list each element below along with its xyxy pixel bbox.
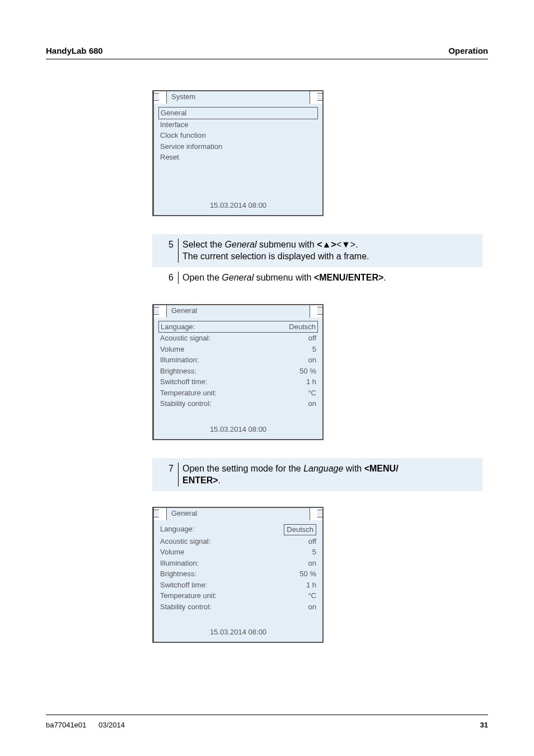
settings-label: Stability control:	[160, 399, 212, 409]
screen1-item: Clock function	[158, 130, 318, 141]
step-number: 7	[152, 463, 174, 475]
header-right: Operation	[448, 46, 488, 55]
settings-row: Brightness:50 %	[158, 366, 318, 377]
header-rule	[46, 59, 488, 59]
settings-row: Temperature unit:°C	[158, 388, 318, 399]
footer-doc: ba77041e01	[46, 721, 86, 729]
step-divider	[174, 239, 182, 263]
page-footer: ba77041e01 03/2014 31	[46, 715, 488, 729]
footer-page: 31	[480, 721, 488, 729]
header-left: HandyLab 680	[46, 46, 103, 55]
settings-row: Acoustic signal:off	[158, 536, 318, 547]
menu-item-label: Service information	[160, 142, 222, 152]
device-screen-general-1: General Language:DeutschAcoustic signal:…	[152, 304, 324, 440]
screen1-timestamp: 15.03.2014 08:00	[154, 198, 322, 215]
settings-row: Language:Deutsch	[158, 524, 318, 536]
tab-stub-right	[317, 307, 323, 315]
step-number: 6	[152, 272, 174, 284]
settings-label: Illumination:	[160, 558, 199, 568]
settings-row: Brightness:50 %	[158, 568, 318, 580]
settings-value: on	[308, 558, 316, 568]
instruction-step: 6Open the General submenu with <MENU/ENT…	[152, 267, 483, 288]
settings-row: Illumination:on	[158, 558, 318, 569]
tab-stub-right	[317, 93, 323, 101]
settings-row: Illumination:on	[158, 354, 318, 366]
settings-row: Stability control:on	[158, 398, 318, 409]
settings-label: Brightness:	[160, 569, 196, 579]
settings-value: on	[308, 355, 316, 365]
settings-value: 1 h	[306, 580, 316, 590]
settings-value: off	[308, 333, 316, 343]
settings-label: Temperature unit:	[160, 388, 217, 398]
settings-row: Switchoff time:1 h	[158, 376, 318, 388]
menu-item-label: General	[161, 108, 186, 118]
settings-row: Acoustic signal:off	[158, 333, 318, 344]
screen1-item: Service information	[158, 141, 318, 152]
menu-item-label: Reset	[160, 152, 179, 162]
settings-label: Acoustic signal:	[160, 333, 210, 343]
screen1-item: Reset	[158, 152, 318, 163]
tab-stub-right	[317, 510, 323, 517]
settings-value: 5	[312, 344, 316, 354]
settings-label: Language:	[161, 322, 195, 332]
settings-value: 50 %	[299, 569, 316, 579]
tab-stub-left	[153, 307, 159, 315]
step-text: Open the setting mode for the Language w…	[182, 463, 483, 487]
settings-label: Temperature unit:	[160, 591, 217, 601]
settings-row: Volume5	[158, 547, 318, 558]
device-screen-general-2: General Language:DeutschAcoustic signal:…	[152, 507, 324, 643]
steps-7: 7Open the setting mode for the Language …	[152, 458, 483, 491]
settings-label: Acoustic signal:	[160, 536, 210, 547]
settings-value: on	[308, 602, 316, 612]
settings-value: 5	[312, 547, 316, 557]
settings-row: Switchoff time:1 h	[158, 580, 318, 591]
settings-value: 1 h	[306, 377, 316, 387]
screen1-item: General	[158, 107, 318, 119]
screen3-timestamp: 15.03.2014 08:00	[154, 624, 322, 642]
menu-item-label: Interface	[160, 120, 189, 130]
step-divider	[174, 463, 182, 487]
settings-value: °C	[308, 388, 316, 398]
footer-rule	[46, 715, 488, 715]
settings-label: Stability control:	[160, 602, 212, 612]
settings-label: Switchoff time:	[160, 580, 207, 590]
footer-date: 03/2014	[99, 721, 125, 729]
settings-value: off	[308, 536, 316, 547]
screen3-tab: General	[166, 507, 310, 520]
step-divider	[174, 272, 182, 284]
settings-row: Stability control:on	[158, 601, 318, 613]
screen2-tab: General	[166, 305, 310, 318]
step-number: 5	[152, 239, 174, 251]
tab-stub-left	[153, 510, 159, 517]
screen1-item: Interface	[158, 119, 318, 130]
settings-value: Deutsch	[284, 524, 316, 535]
device-screen-system: System GeneralInterfaceClock functionSer…	[152, 90, 324, 216]
tab-stub-left	[153, 93, 159, 101]
settings-value: °C	[308, 591, 316, 601]
settings-row: Temperature unit:°C	[158, 590, 318, 601]
settings-label: Brightness:	[160, 366, 196, 376]
settings-label: Volume	[160, 344, 184, 354]
settings-value: 50 %	[299, 366, 316, 376]
screen2-timestamp: 15.03.2014 08:00	[154, 422, 322, 439]
screen1-tab: System	[166, 91, 310, 104]
settings-value: on	[308, 399, 316, 409]
instruction-step: 5Select the General submenu with <▲><▼>.…	[152, 234, 483, 267]
settings-label: Switchoff time:	[160, 377, 207, 387]
menu-item-label: Clock function	[160, 130, 206, 141]
step-text: Select the General submenu with <▲><▼>.T…	[182, 239, 483, 263]
steps-5-6: 5Select the General submenu with <▲><▼>.…	[152, 234, 483, 288]
settings-row: Volume5	[158, 344, 318, 355]
settings-value: Deutsch	[289, 322, 316, 332]
step-text: Open the General submenu with <MENU/ENTE…	[182, 272, 483, 284]
settings-label: Illumination:	[160, 355, 199, 365]
settings-row: Language:Deutsch	[158, 321, 318, 333]
settings-label: Language:	[160, 524, 194, 535]
settings-label: Volume	[160, 547, 184, 557]
instruction-step: 7Open the setting mode for the Language …	[152, 458, 483, 491]
